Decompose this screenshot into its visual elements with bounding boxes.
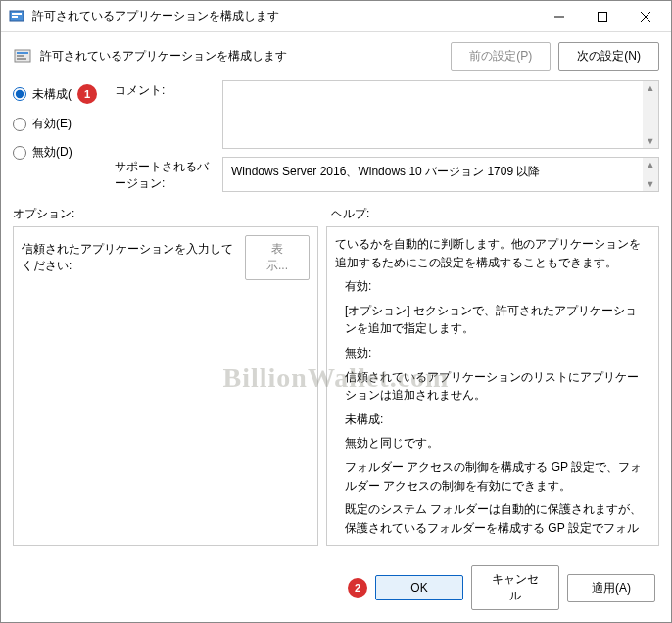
next-setting-button[interactable]: 次の設定(N) <box>558 42 659 71</box>
window-title: 許可されているアプリケーションを構成します <box>32 8 538 24</box>
footer: 2 OK キャンセル 適用(A) <box>1 555 671 622</box>
radio-disabled-input[interactable] <box>13 146 26 160</box>
help-p: 信頼されているアプリケーションのリストにアプリケーションは追加されません。 <box>345 368 645 405</box>
help-p: フォルダー アクセスの制御を構成する GP 設定で、フォルダー アクセスの制御を… <box>345 458 645 495</box>
apply-button[interactable]: 適用(A) <box>567 574 655 602</box>
titlebar: 許可されているアプリケーションを構成します <box>1 1 671 32</box>
supported-text-box: Windows Server 2016、Windows 10 バージョン 170… <box>222 157 659 192</box>
badge-1: 1 <box>77 84 97 104</box>
ok-button[interactable]: OK <box>375 575 463 600</box>
radio-not-configured-label: 未構成( <box>32 86 72 103</box>
radio-disabled[interactable]: 無効(D) <box>13 144 101 161</box>
comment-label: コメント: <box>115 80 213 149</box>
scrollbar[interactable]: ▲▼ <box>643 81 658 148</box>
radio-not-configured[interactable]: 未構成( 1 <box>13 84 101 104</box>
help-panel: ているかを自動的に判断します。他のアプリケーションを追加するためにこの設定を構成… <box>326 226 659 546</box>
svg-rect-9 <box>17 55 24 57</box>
svg-rect-8 <box>17 52 28 54</box>
show-button[interactable]: 表示... <box>245 235 310 280</box>
help-p: [オプション] セクションで、許可されたアプリケーションを追加で指定します。 <box>345 302 645 338</box>
policy-icon <box>13 47 32 67</box>
svg-rect-2 <box>12 16 18 18</box>
radio-not-configured-input[interactable] <box>13 87 26 101</box>
scrollbar[interactable]: ▲▼ <box>643 158 658 191</box>
state-radios: 未構成( 1 有効(E) 無効(D) <box>13 80 101 192</box>
supported-label: サポートされるバージョン: <box>115 157 213 192</box>
help-text[interactable]: ているかを自動的に判断します。他のアプリケーションを追加するためにこの設定を構成… <box>335 235 650 537</box>
svg-rect-1 <box>12 13 22 15</box>
radio-enabled-label: 有効(E) <box>32 116 72 132</box>
prev-setting-button[interactable]: 前の設定(P) <box>451 42 551 71</box>
options-panel: 信頼されたアプリケーションを入力してください: 表示... <box>13 226 318 546</box>
help-t: 有効: <box>345 277 645 296</box>
minimize-button[interactable] <box>538 3 581 30</box>
app-icon <box>9 9 24 24</box>
help-t: 無効: <box>345 344 645 362</box>
close-button[interactable] <box>624 3 667 30</box>
radio-disabled-label: 無効(D) <box>32 144 72 161</box>
comment-textarea[interactable]: ▲▼ <box>222 80 659 149</box>
help-p: ているかを自動的に判断します。他のアプリケーションを追加するためにこの設定を構成… <box>335 235 645 271</box>
cancel-button[interactable]: キャンセル <box>471 565 559 610</box>
radio-enabled-input[interactable] <box>13 118 26 131</box>
options-heading: オプション: <box>13 206 312 222</box>
radio-enabled[interactable]: 有効(E) <box>13 116 101 132</box>
help-heading: ヘルプ: <box>331 206 369 222</box>
maximize-button[interactable] <box>581 3 624 30</box>
badge-2: 2 <box>348 578 367 598</box>
svg-rect-4 <box>599 12 607 21</box>
help-p: 無効と同じです。 <box>345 434 645 453</box>
help-p: 既定のシステム フォルダーは自動的に保護されますが、保護されているフォルダーを構… <box>345 501 645 537</box>
header: 許可されているアプリケーションを構成します 前の設定(P) 次の設定(N) <box>1 32 671 80</box>
trusted-apps-label: 信頼されたアプリケーションを入力してください: <box>22 241 237 274</box>
svg-rect-10 <box>17 58 26 60</box>
header-title: 許可されているアプリケーションを構成します <box>40 48 443 65</box>
help-t: 未構成: <box>345 410 645 429</box>
supported-text: Windows Server 2016、Windows 10 バージョン 170… <box>231 165 540 178</box>
